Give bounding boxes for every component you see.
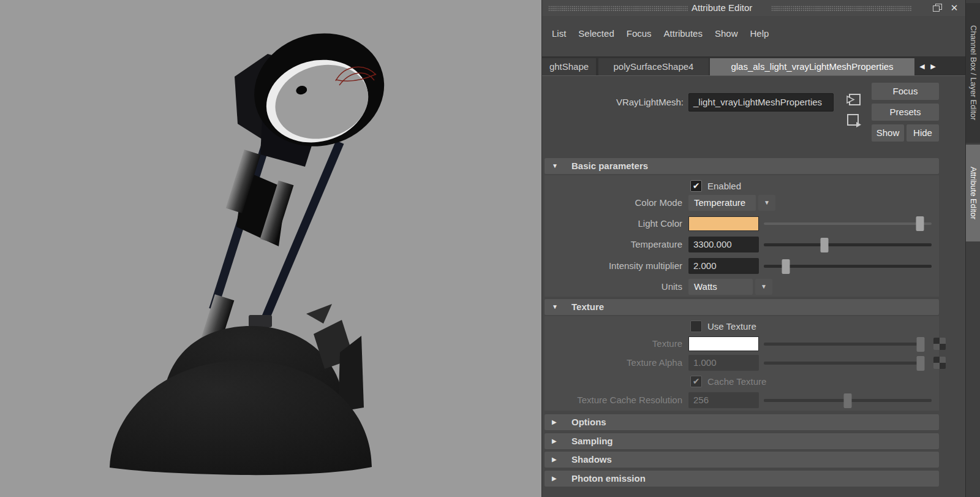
texture-alpha-field[interactable]: 1.000	[688, 355, 759, 371]
use-texture-label: Use Texture	[707, 319, 756, 335]
section-shadows[interactable]: ▶ Shadows	[545, 452, 939, 468]
light-color-slider[interactable]	[764, 222, 932, 225]
section-title: Basic parameters	[571, 158, 648, 174]
texture-row: Texture	[542, 336, 966, 352]
close-icon: ✕	[951, 2, 959, 13]
slider-handle[interactable]	[917, 356, 925, 371]
section-photon-emission[interactable]: ▶ Photon emission	[545, 471, 939, 487]
light-color-label: Light Color	[542, 216, 682, 232]
tab-lightshape[interactable]: ghtShape	[542, 58, 596, 75]
menu-focus[interactable]: Focus	[626, 27, 652, 40]
enabled-row: ✔ Enabled	[542, 178, 966, 194]
output-connection-icon	[845, 113, 862, 129]
panel-titlebar[interactable]: Attribute Editor ✕	[542, 0, 965, 16]
hide-button[interactable]: Hide	[907, 124, 939, 142]
desk-lamp-model	[0, 0, 541, 497]
menu-list[interactable]: List	[551, 27, 567, 40]
section-title: Sampling	[571, 433, 613, 449]
intensity-multiplier-field[interactable]: 2.000	[688, 258, 759, 274]
node-tabbar: ghtShape polySurfaceShape4 glas_als_ligh…	[542, 56, 965, 76]
chevron-down-icon[interactable]	[755, 279, 772, 295]
temperature-row: Temperature 3300.000	[542, 237, 966, 252]
texture-cache-resolution-label: Texture Cache Resolution	[542, 392, 682, 408]
tab-scroll-left-icon[interactable]: ◀	[918, 60, 927, 72]
panel-title: Attribute Editor	[692, 2, 752, 13]
texture-cache-resolution-slider[interactable]	[764, 399, 932, 402]
slider-handle[interactable]	[916, 216, 924, 231]
expanded-triangle-icon: ▼	[552, 158, 560, 174]
maya-window: Attribute Editor ✕ List Selected Focus A…	[0, 0, 980, 497]
use-texture-checkbox[interactable]	[690, 321, 702, 332]
menu-help[interactable]: Help	[749, 27, 769, 40]
tab-scroll-right-icon[interactable]: ▶	[929, 60, 938, 72]
restore-window-icon	[933, 4, 942, 12]
enabled-label: Enabled	[707, 178, 741, 194]
collapsed-triangle-icon: ▶	[552, 452, 560, 468]
show-button[interactable]: Show	[872, 124, 904, 142]
drag-handle-dots[interactable]	[771, 6, 912, 11]
color-mode-label: Color Mode	[542, 195, 682, 211]
texture-cache-resolution-row: Texture Cache Resolution 256	[542, 392, 966, 408]
panel-menubar: List Selected Focus Attributes Show Help	[551, 27, 769, 40]
collapsed-triangle-icon: ▶	[552, 471, 560, 487]
slider-handle[interactable]	[820, 238, 828, 252]
viewport-3d[interactable]	[0, 0, 541, 497]
light-color-row: Light Color	[542, 216, 966, 232]
tab-vraylightmeshproperties[interactable]: glas_als_light_vrayLightMeshProperties	[710, 58, 914, 75]
intensity-multiplier-slider[interactable]	[764, 265, 932, 268]
section-options[interactable]: ▶ Options	[545, 414, 939, 430]
color-mode-dropdown[interactable]: Temperature	[688, 195, 756, 211]
texture-map-button[interactable]	[933, 338, 946, 350]
node-type-label: VRayLightMesh:	[542, 97, 684, 107]
collapsed-triangle-icon: ▶	[552, 414, 560, 430]
show-input-connections-button[interactable]	[845, 92, 862, 108]
input-connection-icon	[845, 92, 862, 108]
show-output-connections-button[interactable]	[845, 113, 862, 129]
presets-button[interactable]: Presets	[872, 104, 939, 121]
texture-alpha-slider[interactable]	[764, 362, 921, 365]
texture-alpha-label: Texture Alpha	[542, 355, 682, 371]
intensity-multiplier-label: Intensity multiplier	[542, 258, 682, 274]
section-title: Texture	[571, 299, 604, 315]
texture-label: Texture	[542, 336, 682, 352]
menu-selected[interactable]: Selected	[578, 27, 614, 40]
slider-handle[interactable]	[782, 259, 790, 274]
section-texture[interactable]: ▼ Texture	[545, 299, 939, 315]
slider-handle[interactable]	[917, 337, 925, 352]
drag-handle-dots[interactable]	[548, 6, 688, 11]
cache-texture-row: ✔ Cache Texture	[542, 374, 966, 390]
node-name-field[interactable]: _light_vrayLightMeshProperties	[688, 93, 834, 112]
expanded-triangle-icon: ▼	[552, 299, 560, 315]
tab-polysurfaceshape4[interactable]: polySurfaceShape4	[598, 58, 709, 75]
texture-slider[interactable]	[764, 343, 921, 346]
light-color-swatch[interactable]	[688, 216, 759, 231]
tab-attribute-editor[interactable]: Attribute Editor	[966, 145, 980, 241]
slider-handle[interactable]	[844, 393, 852, 408]
temperature-field[interactable]: 3300.000	[688, 237, 759, 252]
units-dropdown[interactable]: Watts	[688, 279, 753, 295]
section-basic-parameters[interactable]: ▼ Basic parameters	[545, 158, 939, 174]
units-row: Units Watts	[542, 279, 966, 295]
focus-button[interactable]: Focus	[872, 83, 939, 100]
menu-attributes[interactable]: Attributes	[663, 27, 703, 40]
temperature-slider[interactable]	[764, 243, 932, 246]
section-title: Options	[571, 414, 606, 430]
texture-swatch[interactable]	[688, 336, 759, 351]
section-title: Photon emission	[571, 471, 646, 487]
attribute-editor-panel: Attribute Editor ✕ List Selected Focus A…	[541, 0, 965, 497]
cache-texture-label: Cache Texture	[707, 374, 766, 390]
cache-texture-checkbox[interactable]: ✔	[690, 376, 702, 387]
enabled-checkbox[interactable]: ✔	[690, 180, 702, 192]
close-panel-button[interactable]: ✕	[948, 1, 961, 15]
section-sampling[interactable]: ▶ Sampling	[545, 433, 939, 449]
chevron-down-icon[interactable]	[758, 195, 775, 211]
dock-tab-strip: Channel Box / Layer Editor Attribute Edi…	[965, 0, 980, 497]
tab-channel-box-layer-editor[interactable]: Channel Box / Layer Editor	[966, 3, 980, 143]
texture-alpha-map-button[interactable]	[933, 357, 946, 369]
undock-window-button[interactable]	[930, 1, 944, 15]
menu-show[interactable]: Show	[714, 27, 739, 40]
texture-cache-resolution-field[interactable]: 256	[688, 392, 759, 408]
temperature-label: Temperature	[542, 237, 682, 252]
texture-alpha-row: Texture Alpha 1.000	[542, 355, 966, 371]
color-mode-row: Color Mode Temperature	[542, 195, 966, 211]
